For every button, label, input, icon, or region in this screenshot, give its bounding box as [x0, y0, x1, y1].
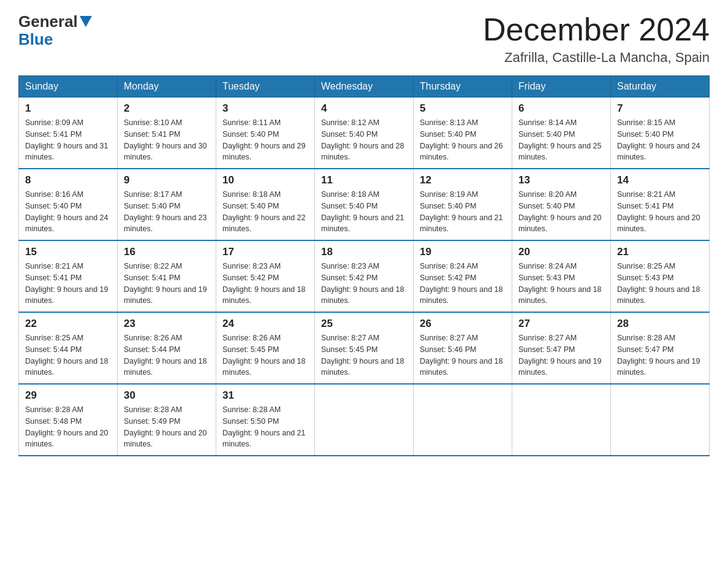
header-thursday: Thursday [414, 76, 512, 98]
day-info: Sunrise: 8:19 AMSunset: 5:40 PMDaylight:… [420, 189, 506, 235]
logo-text-general: General [18, 13, 78, 31]
day-info: Sunrise: 8:28 AMSunset: 5:47 PMDaylight:… [617, 332, 703, 378]
day-info: Sunrise: 8:27 AMSunset: 5:47 PMDaylight:… [518, 332, 604, 378]
day-number: 5 [420, 102, 506, 115]
calendar-week-row: 8Sunrise: 8:16 AMSunset: 5:40 PMDaylight… [19, 169, 710, 240]
day-info: Sunrise: 8:15 AMSunset: 5:40 PMDaylight:… [617, 117, 703, 163]
calendar-day-cell: 18Sunrise: 8:23 AMSunset: 5:42 PMDayligh… [315, 240, 414, 312]
day-number: 2 [124, 102, 210, 115]
calendar-day-cell: 9Sunrise: 8:17 AMSunset: 5:40 PMDaylight… [118, 169, 216, 240]
header-tuesday: Tuesday [216, 76, 315, 98]
calendar-day-cell: 27Sunrise: 8:27 AMSunset: 5:47 PMDayligh… [512, 312, 611, 384]
day-info: Sunrise: 8:20 AMSunset: 5:40 PMDaylight:… [518, 189, 604, 235]
calendar-day-cell: 17Sunrise: 8:23 AMSunset: 5:42 PMDayligh… [216, 240, 315, 312]
calendar-day-cell: 14Sunrise: 8:21 AMSunset: 5:41 PMDayligh… [611, 169, 710, 240]
day-number: 17 [222, 246, 308, 258]
logo: General Blue [18, 12, 92, 48]
day-number: 12 [420, 174, 506, 186]
day-number: 9 [124, 174, 210, 186]
calendar-day-cell: 30Sunrise: 8:28 AMSunset: 5:49 PMDayligh… [118, 384, 216, 456]
calendar-week-row: 29Sunrise: 8:28 AMSunset: 5:48 PMDayligh… [19, 384, 710, 456]
day-number: 18 [321, 246, 407, 258]
calendar-day-cell: 24Sunrise: 8:26 AMSunset: 5:45 PMDayligh… [216, 312, 315, 384]
calendar-day-cell: 23Sunrise: 8:26 AMSunset: 5:44 PMDayligh… [118, 312, 216, 384]
calendar-day-cell: 10Sunrise: 8:18 AMSunset: 5:40 PMDayligh… [216, 169, 315, 240]
day-number: 31 [222, 389, 308, 402]
calendar-day-cell: 20Sunrise: 8:24 AMSunset: 5:43 PMDayligh… [512, 240, 611, 312]
calendar-day-cell: 1Sunrise: 8:09 AMSunset: 5:41 PMDaylight… [19, 98, 118, 169]
month-title: December 2024 [483, 12, 710, 47]
day-info: Sunrise: 8:18 AMSunset: 5:40 PMDaylight:… [222, 189, 308, 235]
day-info: Sunrise: 8:23 AMSunset: 5:42 PMDaylight:… [222, 261, 308, 307]
day-number: 30 [124, 389, 210, 402]
day-info: Sunrise: 8:27 AMSunset: 5:45 PMDaylight:… [321, 332, 407, 378]
header-monday: Monday [118, 76, 216, 98]
calendar-day-cell [512, 384, 611, 456]
header-right: December 2024 Zafrilla, Castille-La Manc… [483, 12, 710, 66]
day-info: Sunrise: 8:28 AMSunset: 5:48 PMDaylight:… [25, 404, 111, 450]
day-number: 16 [124, 246, 210, 258]
day-info: Sunrise: 8:28 AMSunset: 5:49 PMDaylight:… [124, 404, 210, 450]
day-number: 15 [25, 246, 111, 258]
day-number: 29 [25, 389, 111, 402]
day-info: Sunrise: 8:12 AMSunset: 5:40 PMDaylight:… [321, 117, 407, 163]
day-info: Sunrise: 8:14 AMSunset: 5:40 PMDaylight:… [518, 117, 604, 163]
day-info: Sunrise: 8:22 AMSunset: 5:41 PMDaylight:… [124, 261, 210, 307]
day-number: 14 [617, 174, 703, 186]
calendar-day-cell: 12Sunrise: 8:19 AMSunset: 5:40 PMDayligh… [414, 169, 512, 240]
day-number: 7 [617, 102, 703, 115]
location-title: Zafrilla, Castille-La Mancha, Spain [483, 50, 710, 66]
day-number: 25 [321, 318, 407, 330]
day-number: 26 [420, 318, 506, 330]
calendar-day-cell: 25Sunrise: 8:27 AMSunset: 5:45 PMDayligh… [315, 312, 414, 384]
calendar-day-cell [315, 384, 414, 456]
calendar-day-cell: 6Sunrise: 8:14 AMSunset: 5:40 PMDaylight… [512, 98, 611, 169]
calendar-week-row: 15Sunrise: 8:21 AMSunset: 5:41 PMDayligh… [19, 240, 710, 312]
day-info: Sunrise: 8:18 AMSunset: 5:40 PMDaylight:… [321, 189, 407, 235]
day-info: Sunrise: 8:09 AMSunset: 5:41 PMDaylight:… [25, 117, 111, 163]
day-number: 22 [25, 318, 111, 330]
header-wednesday: Wednesday [315, 76, 414, 98]
day-number: 3 [222, 102, 308, 115]
day-number: 23 [124, 318, 210, 330]
calendar-header-row: SundayMondayTuesdayWednesdayThursdayFrid… [19, 76, 710, 98]
day-info: Sunrise: 8:10 AMSunset: 5:41 PMDaylight:… [124, 117, 210, 163]
svg-marker-0 [80, 16, 92, 27]
day-info: Sunrise: 8:16 AMSunset: 5:40 PMDaylight:… [25, 189, 111, 235]
calendar-table: SundayMondayTuesdayWednesdayThursdayFrid… [18, 75, 710, 456]
calendar-day-cell: 26Sunrise: 8:27 AMSunset: 5:46 PMDayligh… [414, 312, 512, 384]
day-info: Sunrise: 8:24 AMSunset: 5:43 PMDaylight:… [518, 261, 604, 307]
calendar-week-row: 22Sunrise: 8:25 AMSunset: 5:44 PMDayligh… [19, 312, 710, 384]
day-number: 27 [518, 318, 604, 330]
day-number: 21 [617, 246, 703, 258]
calendar-day-cell: 3Sunrise: 8:11 AMSunset: 5:40 PMDaylight… [216, 98, 315, 169]
day-info: Sunrise: 8:21 AMSunset: 5:41 PMDaylight:… [25, 261, 111, 307]
header-saturday: Saturday [611, 76, 710, 98]
day-info: Sunrise: 8:17 AMSunset: 5:40 PMDaylight:… [124, 189, 210, 235]
day-info: Sunrise: 8:26 AMSunset: 5:45 PMDaylight:… [222, 332, 308, 378]
calendar-day-cell: 29Sunrise: 8:28 AMSunset: 5:48 PMDayligh… [19, 384, 118, 456]
day-info: Sunrise: 8:26 AMSunset: 5:44 PMDaylight:… [124, 332, 210, 378]
calendar-day-cell: 16Sunrise: 8:22 AMSunset: 5:41 PMDayligh… [118, 240, 216, 312]
day-number: 19 [420, 246, 506, 258]
calendar-day-cell: 13Sunrise: 8:20 AMSunset: 5:40 PMDayligh… [512, 169, 611, 240]
calendar-day-cell: 28Sunrise: 8:28 AMSunset: 5:47 PMDayligh… [611, 312, 710, 384]
day-info: Sunrise: 8:27 AMSunset: 5:46 PMDaylight:… [420, 332, 506, 378]
day-info: Sunrise: 8:23 AMSunset: 5:42 PMDaylight:… [321, 261, 407, 307]
calendar-day-cell: 21Sunrise: 8:25 AMSunset: 5:43 PMDayligh… [611, 240, 710, 312]
day-number: 1 [25, 102, 111, 115]
logo-triangle-icon [80, 16, 92, 28]
day-number: 13 [518, 174, 604, 186]
calendar-day-cell: 2Sunrise: 8:10 AMSunset: 5:41 PMDaylight… [118, 98, 216, 169]
day-info: Sunrise: 8:13 AMSunset: 5:40 PMDaylight:… [420, 117, 506, 163]
calendar-day-cell: 11Sunrise: 8:18 AMSunset: 5:40 PMDayligh… [315, 169, 414, 240]
calendar-day-cell: 19Sunrise: 8:24 AMSunset: 5:42 PMDayligh… [414, 240, 512, 312]
header-friday: Friday [512, 76, 611, 98]
day-number: 6 [518, 102, 604, 115]
calendar-day-cell: 4Sunrise: 8:12 AMSunset: 5:40 PMDaylight… [315, 98, 414, 169]
calendar-day-cell: 7Sunrise: 8:15 AMSunset: 5:40 PMDaylight… [611, 98, 710, 169]
calendar-day-cell: 8Sunrise: 8:16 AMSunset: 5:40 PMDaylight… [19, 169, 118, 240]
day-info: Sunrise: 8:21 AMSunset: 5:41 PMDaylight:… [617, 189, 703, 235]
day-number: 8 [25, 174, 111, 186]
day-number: 28 [617, 318, 703, 330]
